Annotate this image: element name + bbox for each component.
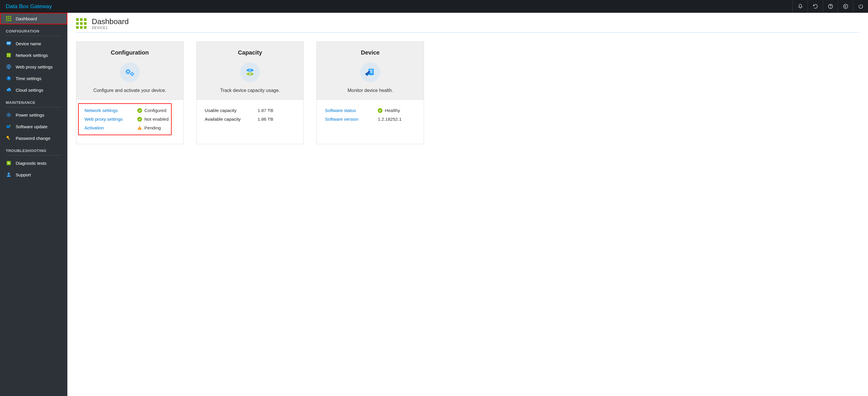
svg-rect-9 [6,20,7,22]
svg-point-23 [8,114,9,116]
globe-icon [6,64,11,70]
software-version-link[interactable]: Software version [325,117,378,122]
web-proxy-settings-link[interactable]: Web proxy settings [85,117,137,122]
sidebar-item-support[interactable]: Support [0,169,67,180]
sidebar-section-troubleshooting: TROUBLESHOOTING [0,144,67,155]
svg-rect-33 [80,22,83,25]
topbar: Data Box Gateway [0,0,868,13]
svg-point-45 [249,70,251,71]
card-description: Track device capacity usage. [203,88,298,93]
divider [6,107,62,107]
refresh-button[interactable] [808,0,823,13]
monitor-icon [6,41,11,46]
topbar-actions [793,0,868,13]
sidebar-item-network-settings[interactable]: Network settings [0,49,67,61]
config-row-activation: Activation Pending [85,124,175,132]
svg-rect-31 [84,18,87,21]
app-title: Data Box Gateway [6,3,52,9]
card-device: Device Monitor device health. Software s… [316,41,424,144]
help-button[interactable] [823,0,838,13]
svg-rect-7 [8,18,9,20]
divider [6,155,62,156]
power-icon [858,3,864,9]
sidebar-item-password-change[interactable]: Password change [0,132,67,144]
sidebar-item-label: Software update [16,124,47,129]
svg-rect-24 [7,125,10,128]
network-settings-link[interactable]: Network settings [85,108,137,113]
svg-rect-14 [8,45,9,45]
disks-icon [240,62,260,82]
heartbeat-icon [6,160,11,166]
card-capacity: Capacity Track device capacity usage. Us… [196,41,304,144]
dashboard-cards: Configuration Configure and activate you… [76,41,859,144]
svg-point-18 [7,56,8,56]
svg-rect-36 [80,26,83,29]
svg-point-16 [7,54,8,55]
svg-rect-32 [76,22,79,25]
sidebar-item-cloud-settings[interactable]: Cloud settings [0,84,67,96]
sidebar-section-configuration: CONFIGURATION [0,24,67,35]
svg-rect-15 [7,53,11,57]
svg-point-19 [9,56,10,56]
sidebar-item-label: Network settings [16,53,48,58]
status-text: Pending [144,125,161,131]
device-label: DEVICE1 [92,26,129,30]
sidebar-item-web-proxy-settings[interactable]: Web proxy settings [0,61,67,72]
svg-rect-35 [76,26,79,29]
activation-link[interactable]: Activation [85,125,137,131]
card-configuration: Configuration Configure and activate you… [76,41,184,144]
sidebar-item-time-settings[interactable]: Time settings [0,72,67,84]
power-button[interactable] [853,0,868,13]
svg-point-47 [249,73,251,74]
sidebar-item-label: Device name [16,41,41,46]
svg-point-39 [131,73,133,75]
sidebar-item-dashboard[interactable]: Dashboard [0,13,67,24]
svg-point-17 [9,54,10,55]
svg-rect-26 [7,137,10,140]
svg-rect-34 [84,22,87,25]
sidebar-item-diagnostic-tests[interactable]: Diagnostic tests [0,157,67,169]
grid-icon [76,18,87,29]
svg-rect-4 [8,16,9,18]
row-label: Available capacity [205,117,257,122]
sidebar-item-device-name[interactable]: Device name [0,38,67,49]
notifications-button[interactable] [793,0,808,13]
card-title: Capacity [203,49,298,56]
row-value: 1.2.18252.1 [378,117,402,122]
sidebar-item-label: Web proxy settings [16,64,53,69]
feedback-button[interactable] [838,0,853,13]
svg-rect-10 [8,20,9,22]
sidebar-section-maintenance: MAINTENANCE [0,96,67,106]
row-value: Healthy [385,108,400,113]
card-description: Configure and activate your device. [82,88,178,93]
svg-rect-5 [10,16,11,18]
warning-icon [137,126,142,130]
help-icon [828,3,833,9]
svg-point-22 [9,90,10,91]
config-row-network: Network settings Configured [85,106,175,115]
cloud-icon [6,87,11,93]
svg-rect-13 [7,42,11,44]
svg-rect-43 [140,129,140,129]
svg-point-2 [843,4,848,9]
update-icon [6,124,11,129]
card-description: Monitor device health. [322,88,418,93]
card-title: Device [322,49,418,56]
sidebar-item-label: Cloud settings [16,88,43,93]
svg-point-38 [127,70,129,73]
svg-rect-42 [140,127,140,129]
network-icon [6,52,11,58]
sidebar-item-label: Dashboard [16,16,37,21]
sidebar-item-software-update[interactable]: Software update [0,121,67,132]
sidebar-item-label: Power settings [16,112,44,118]
bell-icon [798,3,803,9]
svg-rect-6 [6,18,7,20]
copyright-icon [843,3,848,9]
person-icon [6,172,11,177]
key-icon [6,135,11,141]
sidebar-item-power-settings[interactable]: Power settings [0,109,67,121]
check-circle-icon [137,117,142,122]
software-status-link[interactable]: Software status [325,108,378,113]
svg-rect-8 [10,18,11,20]
refresh-icon [812,3,818,9]
